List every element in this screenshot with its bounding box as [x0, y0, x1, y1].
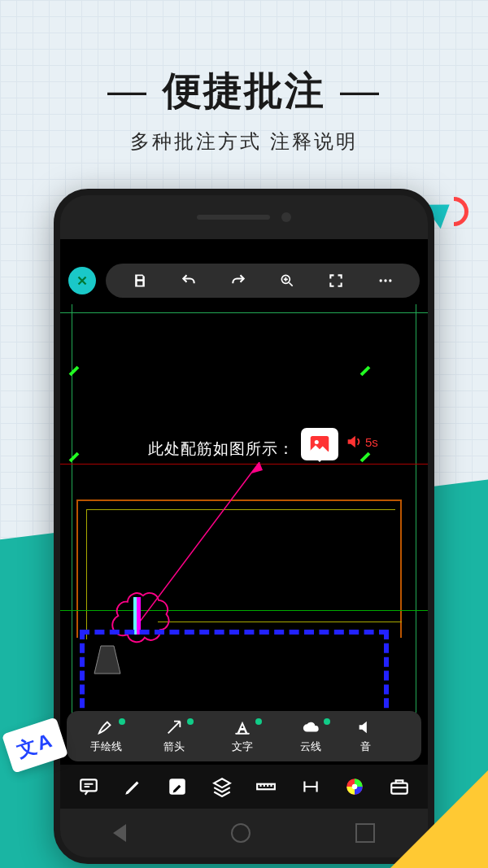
sound-duration: 5s [365, 435, 378, 449]
measure-icon [300, 776, 321, 797]
nav-recent-button[interactable] [355, 823, 375, 843]
tool-text[interactable]: 文字 [208, 715, 277, 757]
drawing-line [76, 499, 78, 638]
measure-button[interactable] [300, 776, 321, 797]
topbar-actions [106, 264, 420, 298]
ruler-icon [255, 776, 277, 797]
svg-rect-8 [81, 779, 98, 791]
phone-camera [281, 212, 291, 222]
zoom-icon [279, 273, 295, 289]
svg-point-2 [384, 279, 386, 281]
tool-label: 文字 [232, 739, 253, 754]
guide-line [60, 312, 428, 313]
phone-speaker [197, 215, 270, 220]
shape-toolbar: 手绘线 箭头 文字 云线 音 [67, 711, 421, 761]
app-topbar [60, 260, 428, 301]
nav-home-button[interactable] [231, 823, 251, 843]
indicator-dot [324, 718, 330, 725]
svg-point-12 [352, 784, 358, 790]
promo-subtitle: 多种批注方式 注释说明 [0, 129, 488, 155]
cad-canvas[interactable]: 此处配筋如图所示： 5s [60, 304, 428, 744]
svg-marker-7 [251, 462, 263, 473]
svg-point-3 [389, 279, 391, 281]
app-screen: 此处配筋如图所示： 5s [60, 239, 428, 809]
drawing-line [86, 509, 87, 639]
more-icon [377, 273, 394, 289]
svg-point-1 [379, 279, 381, 281]
layers-button[interactable] [211, 776, 233, 797]
tool-audio[interactable]: 音 [345, 715, 386, 757]
tool-freehand[interactable]: 手绘线 [72, 715, 140, 757]
indicator-dot [119, 718, 125, 725]
bottom-toolbar [60, 765, 428, 809]
cloud-icon [302, 718, 320, 736]
color-wheel-icon [344, 776, 365, 797]
scale-button[interactable] [255, 776, 277, 797]
pencil-icon [123, 776, 144, 797]
close-button[interactable] [68, 267, 96, 294]
save-icon [132, 273, 148, 289]
phone-bezel-top [60, 195, 428, 239]
fullscreen-button[interactable] [327, 272, 345, 290]
sound-icon [345, 433, 363, 451]
indicator-dot [187, 718, 194, 725]
svg-rect-10 [257, 784, 275, 790]
tool-label: 手绘线 [90, 739, 122, 754]
nav-back-button[interactable] [113, 824, 126, 842]
redo-icon [230, 273, 246, 289]
tick-mark [69, 366, 80, 377]
toolbox-icon [389, 776, 410, 797]
indicator-dot [255, 718, 262, 725]
audio-icon [356, 718, 374, 736]
edit-button[interactable] [167, 776, 188, 797]
drawing-line [400, 499, 402, 638]
freehand-icon [97, 718, 115, 736]
edit-icon [167, 776, 188, 797]
more-button[interactable] [377, 272, 394, 290]
undo-icon [181, 273, 197, 289]
image-icon [307, 432, 332, 456]
tool-label: 云线 [300, 739, 321, 754]
layers-icon [211, 776, 233, 797]
statusbar [60, 239, 428, 260]
tool-label: 音 [360, 739, 371, 754]
undo-button[interactable] [180, 272, 198, 290]
image-annotation-badge[interactable] [301, 428, 338, 460]
system-nav [60, 809, 428, 857]
annotation-text[interactable]: 此处配筋如图所示： [148, 438, 294, 460]
phone-mockup: 此处配筋如图所示： 5s [54, 189, 434, 864]
tool-arrow[interactable]: 箭头 [140, 715, 208, 757]
comment-button[interactable] [78, 776, 99, 797]
tick-mark [360, 452, 371, 463]
guide-line [416, 304, 416, 744]
zoom-button[interactable] [278, 272, 296, 290]
tool-label: 箭头 [163, 739, 185, 754]
redo-button[interactable] [229, 272, 247, 290]
tick-mark [360, 366, 371, 377]
fullscreen-icon [328, 273, 344, 289]
tool-cloud[interactable]: 云线 [277, 715, 345, 757]
sound-annotation-badge[interactable]: 5s [345, 433, 378, 451]
promo-header: 便捷批注 多种批注方式 注释说明 [0, 0, 488, 155]
promo-title: 便捷批注 [93, 65, 395, 117]
arrow-icon [165, 718, 183, 736]
svg-rect-13 [391, 783, 407, 794]
comment-icon [78, 776, 99, 797]
color-button[interactable] [344, 776, 365, 797]
tick-mark [69, 452, 80, 463]
save-button[interactable] [131, 272, 149, 290]
close-icon [75, 273, 89, 288]
pencil-button[interactable] [123, 776, 144, 797]
svg-point-5 [315, 440, 319, 444]
text-icon [233, 718, 251, 736]
toolbox-button[interactable] [389, 776, 410, 797]
